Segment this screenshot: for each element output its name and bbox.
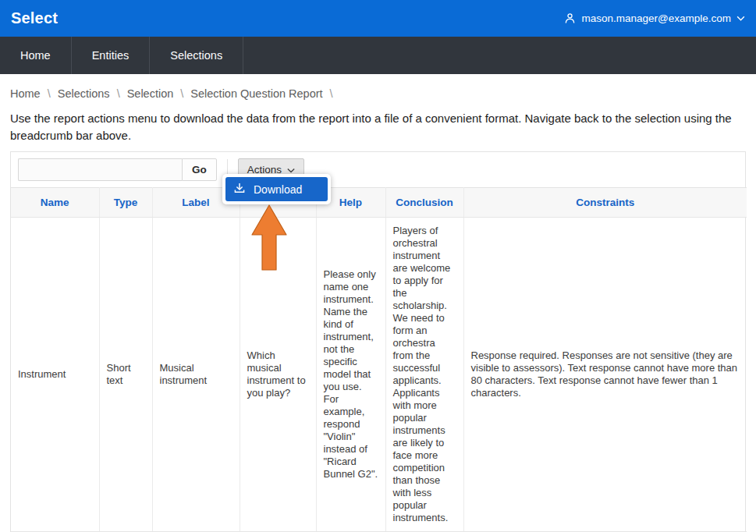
download-icon: [233, 182, 246, 197]
column-header-constraints[interactable]: Constraints: [463, 187, 747, 217]
actions-dropdown-menu: Download: [222, 174, 331, 204]
breadcrumb-separator: \: [180, 87, 183, 100]
nav-tab-entities[interactable]: Entities: [72, 37, 151, 74]
column-header-conclusion[interactable]: Conclusion: [385, 187, 463, 217]
breadcrumb-separator: \: [117, 87, 120, 100]
menu-item-download-label: Download: [254, 183, 302, 196]
nav-bar: Home Entities Selections: [0, 37, 756, 74]
breadcrumb-item-selections[interactable]: Selections: [58, 87, 110, 100]
breadcrumb-separator: \: [48, 87, 51, 100]
app-title: Select: [11, 9, 58, 27]
intro-text: Use the report actions menu to download …: [10, 110, 746, 144]
chevron-down-icon: [736, 16, 745, 21]
user-menu[interactable]: mason.manager@example.com: [564, 12, 745, 24]
nav-tab-entities-label: Entities: [92, 49, 130, 62]
report-toolbar: Go Actions: [11, 152, 745, 187]
menu-item-download[interactable]: Download: [225, 177, 328, 201]
cell-name: Instrument: [11, 217, 99, 531]
nav-tab-selections[interactable]: Selections: [150, 37, 243, 74]
annotation-arrow-up: [251, 204, 287, 274]
nav-tab-home[interactable]: Home: [0, 37, 72, 74]
breadcrumb-item-home[interactable]: Home: [10, 87, 41, 100]
question-report-table: Name Type Label Help Conclusion Constrai…: [11, 187, 747, 532]
search-input[interactable]: [18, 158, 182, 181]
nav-tab-home-label: Home: [20, 49, 51, 62]
breadcrumb-item-selection-question-report: Selection Question Report: [190, 87, 322, 100]
cell-help: Please only name one instrument. Name th…: [316, 217, 385, 531]
table-row: Instrument Short text Musical instrument…: [11, 217, 747, 531]
column-header-type[interactable]: Type: [99, 187, 152, 217]
nav-tab-selections-label: Selections: [170, 49, 222, 62]
column-header-name[interactable]: Name: [11, 187, 99, 217]
breadcrumb-item-selection[interactable]: Selection: [127, 87, 174, 100]
go-button[interactable]: Go: [182, 158, 217, 181]
cell-label: Musical instrument: [152, 217, 240, 531]
cell-type: Short text: [99, 217, 152, 531]
user-email: mason.manager@example.com: [581, 12, 731, 24]
breadcrumb: Home \ Selections \ Selection \ Selectio…: [10, 87, 746, 100]
breadcrumb-separator: \: [330, 87, 333, 100]
user-icon: [564, 12, 576, 24]
report-region: Go Actions Name Type Label Help Conclusi…: [10, 151, 746, 532]
cell-conclusion: Players of orchestral instrument are wel…: [385, 217, 463, 531]
cell-constraints: Response required. Responses are not sen…: [463, 217, 747, 531]
table-header-row: Name Type Label Help Conclusion Constrai…: [11, 187, 747, 217]
app-header: Select mason.manager@example.com: [0, 0, 756, 37]
